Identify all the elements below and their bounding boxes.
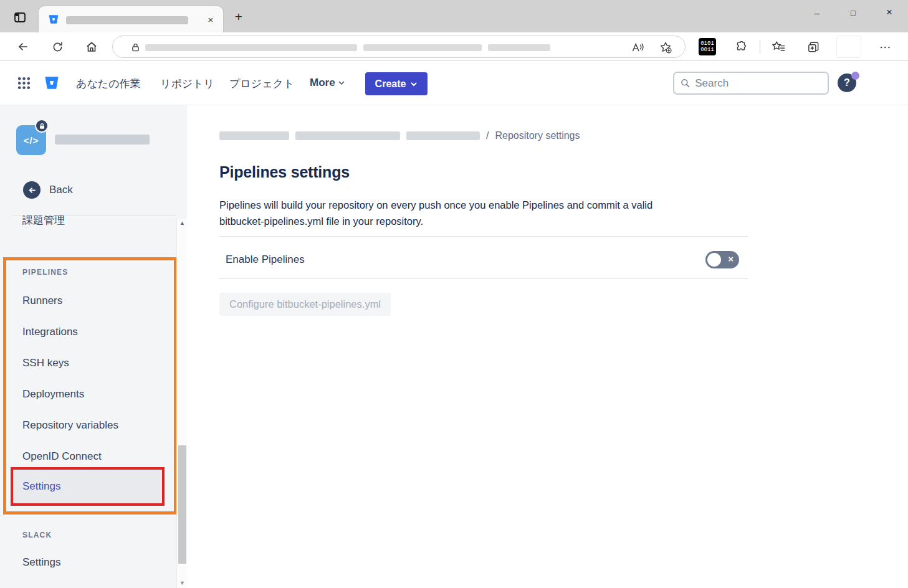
sidebar-item-repository-variables[interactable]: Repository variables (0, 410, 176, 441)
chevron-down-icon (338, 79, 345, 87)
create-button-label: Create (375, 78, 406, 90)
nav-repositories[interactable]: リポジトリ (160, 77, 214, 91)
lock-icon (127, 39, 144, 55)
scrollbar-thumb[interactable] (178, 445, 186, 564)
private-lock-icon (35, 119, 49, 133)
back-icon[interactable] (14, 37, 32, 56)
blurred-url (363, 44, 482, 51)
blurred-url (145, 44, 357, 51)
new-tab-button[interactable]: + (231, 9, 247, 25)
configure-pipelines-button[interactable]: Configure bitbucket-pipelines.yml (219, 293, 391, 316)
binary-line-1: 0101 (699, 40, 716, 47)
sidebar-item-issues[interactable]: 課題管理 (0, 204, 176, 235)
toggle-knob (707, 253, 721, 267)
browser-tab-bar: × + – □ × (0, 0, 908, 32)
browser-tab[interactable]: × (39, 6, 223, 32)
blurred-breadcrumb-repository (406, 131, 480, 140)
divider (219, 278, 748, 279)
scroll-up-icon[interactable]: ▲ (177, 220, 188, 226)
binary-line-2: 0011 (699, 47, 716, 53)
notification-dot (851, 72, 859, 80)
breadcrumb-current[interactable]: Repository settings (495, 130, 580, 141)
breadcrumb: / Repository settings (219, 129, 580, 143)
sidebar-item-ssh-keys[interactable]: SSH keys (0, 348, 176, 379)
toggle-off-icon: × (728, 254, 734, 264)
bitbucket-logo-icon[interactable] (44, 75, 60, 91)
add-favorite-icon[interactable] (657, 39, 674, 55)
blurred-breadcrumb-project (295, 131, 400, 140)
browser-window: × + – □ × (0, 0, 908, 588)
nav-projects[interactable]: プロジェクト (229, 77, 294, 91)
back-label[interactable]: Back (49, 184, 73, 196)
main-content: / Repository settings Pipelines settings… (187, 105, 908, 588)
page-description: Pipelines will build your repository on … (219, 197, 682, 229)
enable-pipelines-label: Enable Pipelines (226, 254, 305, 266)
slack-section-header: SLACK (22, 531, 52, 539)
blurred-extension-icon (836, 36, 861, 58)
collections-icon[interactable] (804, 37, 823, 56)
sidebar-item-openid-connect[interactable]: OpenID Connect (0, 441, 176, 472)
scroll-down-icon[interactable]: ▼ (177, 580, 188, 586)
window-minimize-button[interactable]: – (803, 0, 831, 25)
app-switcher-grid-icon[interactable] (16, 75, 32, 91)
search-box[interactable] (673, 72, 829, 95)
divider (219, 236, 748, 237)
sidebar-scrollbar[interactable]: ▲ ▼ (176, 219, 187, 588)
refresh-icon[interactable] (48, 37, 67, 56)
breadcrumb-separator: / (486, 130, 489, 141)
binary-extension-icon[interactable]: 0101 0011 (699, 38, 716, 55)
pipelines-section-header: PIPELINES (22, 268, 68, 277)
nav-your-work[interactable]: あなたの作業 (76, 77, 141, 91)
blurred-breadcrumb-workspace (219, 131, 289, 140)
browser-toolbar: 0101 0011 ⋯ (0, 32, 908, 61)
bitbucket-navbar: あなたの作業 リポジトリ プロジェクト More Create ? (0, 61, 908, 105)
bitbucket-favicon (48, 14, 59, 25)
search-icon (681, 78, 690, 88)
sidebar-item-integrations[interactable]: Integrations (0, 316, 176, 348)
nav-more-label: More (310, 77, 335, 89)
back-circle-icon[interactable] (23, 181, 41, 199)
blurred-repository-name (55, 135, 150, 145)
chevron-down-icon (410, 80, 418, 88)
blurred-url (488, 44, 550, 51)
enable-pipelines-toggle[interactable]: × (705, 251, 739, 268)
sidebar-item-pipelines-settings-selected[interactable]: Settings (13, 470, 162, 503)
sidebar-item-deployments[interactable]: Deployments (0, 379, 176, 410)
workspaces-icon[interactable] (9, 7, 31, 27)
page-title: Pipelines settings (219, 163, 350, 181)
blurred-tab-title (66, 16, 188, 24)
search-input[interactable] (695, 77, 821, 90)
address-bar[interactable] (112, 36, 686, 58)
sidebar-item-slack-settings[interactable]: Settings (0, 547, 176, 578)
nav-more[interactable]: More (310, 77, 345, 89)
tab-close-icon[interactable]: × (203, 12, 218, 27)
sidebar-item-runners[interactable]: Runners (0, 285, 176, 316)
favorites-bar-icon[interactable] (769, 37, 788, 56)
browser-menu-icon[interactable]: ⋯ (876, 37, 895, 56)
extension-puzzle-icon[interactable] (732, 37, 750, 56)
toolbar-divider (760, 40, 760, 54)
home-icon[interactable] (82, 37, 101, 56)
repository-sidebar: </> Back 課題管理 PIPELINES Runners Integrat… (0, 105, 187, 588)
read-aloud-icon[interactable] (629, 39, 646, 55)
window-maximize-button[interactable]: □ (839, 0, 867, 25)
create-button[interactable]: Create (365, 72, 428, 95)
window-close-button[interactable]: × (875, 0, 904, 25)
